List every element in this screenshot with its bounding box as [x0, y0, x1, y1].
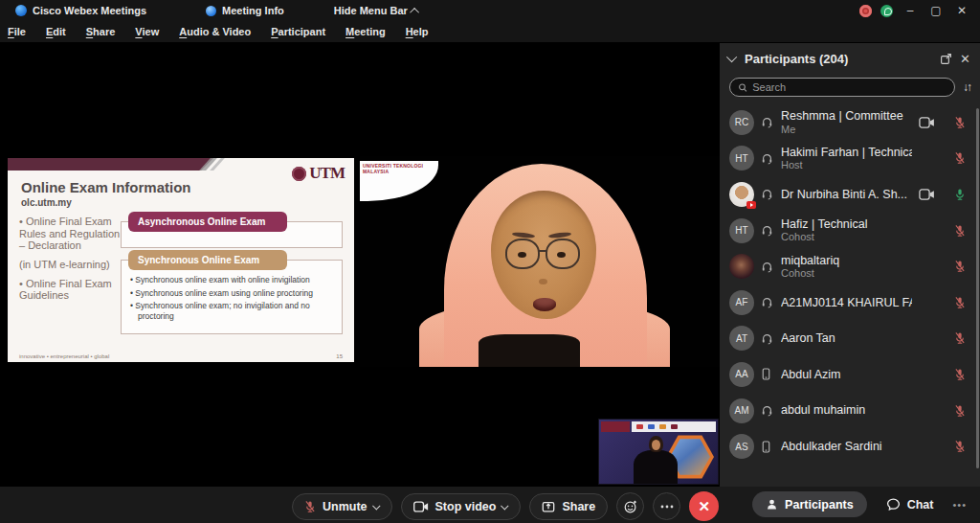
mic-muted-icon[interactable]: [954, 116, 967, 129]
headset-icon: [761, 404, 774, 417]
headset-icon: [761, 188, 774, 200]
minimize-button[interactable]: –: [902, 0, 919, 21]
close-x-icon: ✕: [698, 498, 710, 515]
avatar: AT: [729, 326, 754, 351]
participant-list: RCReshmma | CommitteeMeHTHakimi Farhan |…: [720, 104, 980, 487]
shared-slide: UTM Online Exam Information olc.utm.my •…: [8, 158, 354, 362]
headset-icon: [761, 332, 774, 345]
more-dots-icon: [660, 505, 674, 509]
mic-muted-icon[interactable]: [954, 260, 967, 273]
participant-name: Dr Nurbiha Binti A. Sh...: [781, 188, 912, 201]
participant-row[interactable]: AAAbdul Azim: [720, 356, 980, 393]
pip-logo-strip: [632, 421, 716, 432]
chat-bubble-icon: [886, 497, 901, 512]
headset-icon: [761, 261, 774, 273]
mic-muted-icon[interactable]: [954, 151, 967, 165]
close-panel-icon[interactable]: ✕: [960, 52, 970, 66]
pip-label: [601, 421, 630, 432]
participants-panel-title: Participants (204): [745, 52, 932, 66]
menu-file[interactable]: File: [8, 26, 26, 37]
phone-icon: [761, 368, 774, 380]
mic-muted-icon[interactable]: [954, 440, 967, 453]
person-icon: [766, 498, 778, 511]
participant-name: Abdulkader Sardini: [781, 440, 912, 453]
headset-icon: [761, 224, 774, 237]
participant-row[interactable]: AFA21MJ0114 KHAIRUL FAIZI: [720, 284, 980, 321]
participant-role: Me: [781, 124, 912, 136]
participant-row[interactable]: miqbaltariqCohost: [720, 248, 980, 284]
participant-name: Aaron Tan: [781, 331, 912, 345]
menu-participant[interactable]: Participant: [271, 26, 325, 37]
avatar: RC: [729, 110, 754, 135]
webex-window: Cisco Webex Meetings Meeting Info Hide M…: [0, 0, 980, 523]
headset-icon: [761, 152, 774, 165]
participants-toggle-button[interactable]: Participants: [752, 491, 867, 517]
phone-icon: [761, 441, 774, 453]
participant-row[interactable]: HTHafiz | TechnicalCohost: [720, 213, 980, 249]
headset-icon: [761, 296, 774, 308]
hide-menu-bar-button[interactable]: Hide Menu Bar: [334, 5, 419, 16]
avatar: AF: [729, 290, 754, 315]
menu-share[interactable]: Share: [86, 26, 116, 37]
share-button[interactable]: Share: [529, 493, 608, 520]
self-view-thumbnail[interactable]: [598, 419, 719, 485]
leave-meeting-button[interactable]: ✕: [689, 491, 719, 521]
popout-panel-icon[interactable]: [940, 53, 952, 65]
mic-muted-icon[interactable]: [954, 331, 967, 345]
avatar: AA: [729, 362, 754, 387]
participant-name: Hafiz | Technical: [781, 217, 912, 231]
panel-scrollbar[interactable]: [976, 108, 979, 468]
chevron-down-icon: [372, 502, 380, 510]
menu-help[interactable]: Help: [406, 26, 429, 37]
participants-panel: Participants (204) ✕ ↓↑ RCReshmma | Comm…: [720, 43, 980, 487]
more-panels-icon[interactable]: •••: [952, 499, 967, 511]
mic-muted-icon[interactable]: [954, 404, 967, 418]
async-exam-pill: Asynchronous Online Exam: [128, 212, 287, 232]
utm-logo: UTM: [292, 164, 345, 183]
participant-row[interactable]: RCReshmma | CommitteeMe: [720, 104, 980, 141]
menu-bar: FileEditShareViewAudio & VideoParticipan…: [0, 21, 980, 42]
participant-row[interactable]: Dr Nurbiha Binti A. Sh...: [720, 176, 980, 213]
menu-edit[interactable]: Edit: [46, 26, 66, 37]
avatar: HT: [729, 146, 754, 171]
reactions-button[interactable]: [616, 492, 644, 520]
participant-row[interactable]: AMabdul muhaimin: [720, 393, 980, 429]
camera-icon: [413, 501, 429, 512]
avatar: AS: [729, 434, 754, 459]
close-window-button[interactable]: ✕: [953, 0, 970, 21]
utm-emblem-icon: [292, 167, 306, 181]
control-bar: Unmute Stop video Share ✕: [0, 487, 980, 523]
participant-row[interactable]: ATAaron Tan: [720, 321, 980, 357]
participant-search[interactable]: [729, 78, 955, 97]
mic-muted-icon[interactable]: [954, 296, 967, 309]
participant-name: A21MJ0114 KHAIRUL FAIZI: [781, 296, 912, 309]
meeting-stage: UTM Online Exam Information olc.utm.my •…: [0, 42, 980, 487]
more-options-button[interactable]: [653, 492, 680, 520]
unmute-button[interactable]: Unmute: [292, 493, 392, 520]
stop-video-button[interactable]: Stop video: [401, 493, 522, 520]
connection-indicator-icon[interactable]: [880, 5, 893, 17]
search-input[interactable]: [752, 81, 947, 93]
mic-muted-icon[interactable]: [954, 368, 967, 381]
menu-audio-video[interactable]: Audio & Video: [179, 26, 251, 37]
menu-meeting[interactable]: Meeting: [345, 26, 386, 37]
slide-title: Online Exam Information: [21, 179, 191, 195]
participant-name: Abdul Azim: [781, 368, 912, 381]
maximize-button[interactable]: ▢: [927, 0, 945, 21]
chat-toggle-button[interactable]: Chat: [886, 497, 934, 512]
record-indicator-icon[interactable]: [859, 5, 872, 17]
participant-name: Reshmma | Committee: [781, 109, 912, 123]
mic-live-icon[interactable]: [954, 188, 967, 201]
search-icon: [738, 82, 747, 93]
participant-row[interactable]: HTHakimi Farhan | TechnicalHost: [720, 141, 980, 177]
avatar: [729, 182, 754, 207]
participant-role: Cohost: [781, 267, 912, 280]
titlebar: Cisco Webex Meetings Meeting Info Hide M…: [0, 0, 980, 21]
collapse-panel-icon[interactable]: [726, 52, 737, 62]
meeting-info-icon: [206, 6, 216, 16]
menu-view[interactable]: View: [135, 26, 159, 37]
sort-participants-icon[interactable]: ↓↑: [963, 80, 970, 94]
meeting-info-button[interactable]: Meeting Info: [222, 5, 284, 16]
mic-muted-icon[interactable]: [954, 224, 967, 238]
participant-row[interactable]: ASAbdulkader Sardini: [720, 428, 980, 465]
